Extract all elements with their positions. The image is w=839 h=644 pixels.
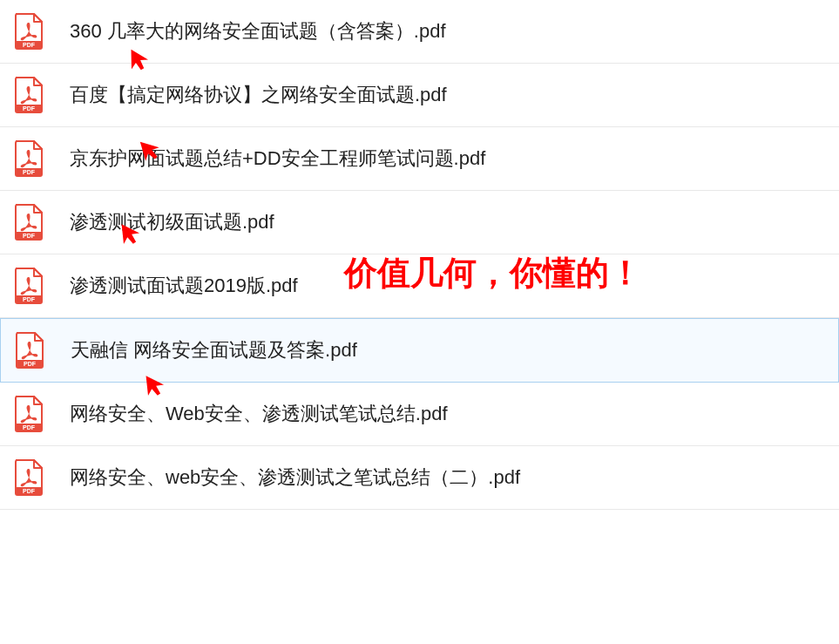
svg-text:PDF: PDF: [23, 105, 36, 112]
file-name: 网络安全、web安全、渗透测试之笔试总结（二）.pdf: [70, 464, 520, 491]
file-item[interactable]: PDF 天融信 网络安全面试题及答案.pdf: [0, 318, 839, 383]
file-list: PDF 360 几率大的网络安全面试题（含答案）.pdf PDF 百度【搞定网络…: [0, 0, 839, 510]
file-item[interactable]: PDF 网络安全、web安全、渗透测试之笔试总结（二）.pdf: [0, 446, 839, 510]
pdf-icon: PDF: [13, 396, 44, 432]
file-item[interactable]: PDF 京东护网面试题总结+DD安全工程师笔试问题.pdf: [0, 127, 839, 191]
file-item[interactable]: PDF 渗透测试面试题2019版.pdf: [0, 254, 839, 318]
pdf-icon: PDF: [13, 13, 44, 50]
svg-text:PDF: PDF: [23, 424, 36, 430]
file-name: 渗透测试面试题2019版.pdf: [70, 273, 298, 299]
pdf-icon: PDF: [13, 204, 44, 241]
file-name: 网络安全、Web安全、渗透测试笔试总结.pdf: [70, 401, 448, 427]
file-item[interactable]: PDF 渗透测试初级面试题.pdf: [0, 191, 839, 254]
svg-text:PDF: PDF: [24, 361, 37, 367]
file-item[interactable]: PDF 百度【搞定网络协议】之网络安全面试题.pdf: [0, 64, 839, 127]
pdf-icon: PDF: [13, 268, 44, 304]
pdf-icon: PDF: [13, 77, 44, 113]
svg-text:PDF: PDF: [23, 42, 36, 48]
file-item[interactable]: PDF 网络安全、Web安全、渗透测试笔试总结.pdf: [0, 383, 839, 446]
file-name: 360 几率大的网络安全面试题（含答案）.pdf: [70, 18, 446, 44]
svg-text:PDF: PDF: [23, 233, 36, 239]
pdf-icon: PDF: [13, 459, 44, 496]
svg-text:PDF: PDF: [23, 488, 36, 494]
file-name: 渗透测试初级面试题.pdf: [70, 209, 274, 235]
file-name: 天融信 网络安全面试题及答案.pdf: [71, 337, 357, 363]
svg-text:PDF: PDF: [23, 296, 36, 302]
pdf-icon: PDF: [13, 140, 44, 177]
file-item[interactable]: PDF 360 几率大的网络安全面试题（含答案）.pdf: [0, 0, 839, 64]
svg-text:PDF: PDF: [23, 169, 36, 175]
file-name: 百度【搞定网络协议】之网络安全面试题.pdf: [70, 82, 447, 108]
file-name: 京东护网面试题总结+DD安全工程师笔试问题.pdf: [70, 146, 485, 172]
pdf-icon: PDF: [14, 332, 44, 369]
